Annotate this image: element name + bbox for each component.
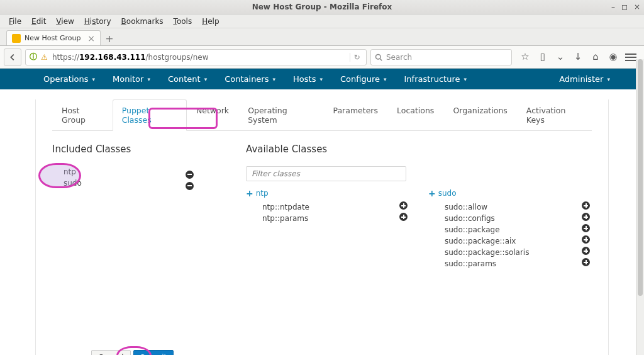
window-maximize-button[interactable]: ◻ xyxy=(621,0,628,14)
menu-file[interactable]: File xyxy=(4,16,26,27)
add-class-button[interactable] xyxy=(582,201,592,213)
url-text: https://192.168.43.111/hostgroups/new xyxy=(52,53,347,62)
cancel-button[interactable]: Cancel xyxy=(91,350,131,355)
library-icon[interactable]: ▯ xyxy=(537,51,548,64)
remove-class-button[interactable] xyxy=(184,167,194,177)
available-class-name[interactable]: ntp::params xyxy=(262,213,399,224)
available-class-name[interactable]: sudo::allow xyxy=(445,202,582,213)
menu-button[interactable] xyxy=(625,51,636,64)
url-bar[interactable]: ⓘ ⚠ https://192.168.43.111/hostgroups/ne… xyxy=(25,49,367,65)
tab-activation-keys[interactable]: Activation Keys xyxy=(517,99,592,131)
chevron-down-icon: ▾ xyxy=(204,76,208,82)
pocket-icon[interactable]: ⌄ xyxy=(555,51,566,64)
add-class-button[interactable] xyxy=(399,213,409,224)
chevron-down-icon: ▾ xyxy=(273,76,276,82)
form-footer: Cancel Submit xyxy=(91,350,174,355)
available-class-row: sudo::package::solaris xyxy=(428,247,592,258)
extension-icon[interactable]: ◉ xyxy=(608,51,619,64)
chevron-down-icon: ▾ xyxy=(147,76,150,82)
plus-icon xyxy=(582,258,590,266)
nav-operations[interactable]: Operations▾ xyxy=(35,69,104,89)
home-icon[interactable]: ⌂ xyxy=(590,51,601,64)
nav-infrastructure[interactable]: Infrastructure▾ xyxy=(395,69,475,89)
available-class-name[interactable]: sudo::configs xyxy=(445,213,582,224)
chevron-down-icon: ▾ xyxy=(92,76,95,82)
window-close-button[interactable]: × xyxy=(634,0,640,14)
nav-containers[interactable]: Containers▾ xyxy=(216,69,284,89)
add-class-button[interactable] xyxy=(582,258,592,269)
window-title: New Host Group - Mozilla Firefox xyxy=(252,0,392,14)
minus-icon xyxy=(186,171,194,179)
class-group-name: ntp xyxy=(256,189,269,198)
toolbar-icons: ☆ ▯ ⌄ ↓ ⌂ ◉ xyxy=(516,51,640,64)
scrollbar-thumb[interactable] xyxy=(638,59,643,296)
available-classes-column: Available Classes + ntp ntp::ntpdate ntp… xyxy=(246,144,592,269)
tab-operating-system[interactable]: Operating System xyxy=(238,99,323,131)
nav-administer[interactable]: Administer▾ xyxy=(550,69,619,89)
add-class-button[interactable] xyxy=(582,224,592,235)
included-class-row: sudo xyxy=(52,178,221,189)
chevron-down-icon: ▾ xyxy=(384,76,387,82)
add-class-button[interactable] xyxy=(582,213,592,224)
menu-edit[interactable]: Edit xyxy=(26,16,51,27)
minus-icon xyxy=(186,182,194,190)
hamburger-icon xyxy=(625,51,636,64)
search-placeholder: Search xyxy=(386,53,412,62)
available-class-row: ntp::ntpdate xyxy=(246,201,409,213)
available-class-name[interactable]: ntp::ntpdate xyxy=(262,202,399,213)
tab-locations[interactable]: Locations xyxy=(387,99,443,131)
reload-button[interactable]: ↻ xyxy=(350,53,364,62)
available-class-row: sudo::package::aix xyxy=(428,235,592,247)
form-tabs: Host Group Puppet Classes Network Operat… xyxy=(52,99,592,131)
available-class-row: ntp::params xyxy=(246,213,409,224)
menu-bookmarks[interactable]: Bookmarks xyxy=(116,16,169,27)
back-button[interactable] xyxy=(4,48,21,66)
firefox-menubar: File Edit View History Bookmarks Tools H… xyxy=(0,14,644,28)
browser-tab[interactable]: New Host Group × xyxy=(6,30,101,45)
info-icon[interactable]: ⓘ xyxy=(28,52,38,62)
menu-tools[interactable]: Tools xyxy=(169,16,197,27)
class-group-toggle[interactable]: + sudo xyxy=(428,189,592,198)
add-class-button[interactable] xyxy=(582,247,592,258)
available-class-row: sudo::params xyxy=(428,258,592,269)
downloads-icon[interactable]: ↓ xyxy=(572,51,584,64)
filter-classes-input[interactable] xyxy=(246,166,406,181)
nav-hosts[interactable]: Hosts▾ xyxy=(284,69,331,89)
tab-parameters[interactable]: Parameters xyxy=(323,99,387,131)
available-class-name[interactable]: sudo::package xyxy=(445,225,582,235)
nav-monitor[interactable]: Monitor▾ xyxy=(104,69,159,89)
tab-host-group[interactable]: Host Group xyxy=(52,99,113,131)
chevron-down-icon: ▾ xyxy=(464,76,467,82)
menu-help[interactable]: Help xyxy=(197,16,224,27)
available-classes-tree: + ntp ntp::ntpdate ntp::params + xyxy=(246,189,592,269)
nav-content[interactable]: Content▾ xyxy=(159,69,216,89)
plus-icon xyxy=(582,201,590,210)
available-classes-heading: Available Classes xyxy=(246,144,592,155)
page-body: Host Group Puppet Classes Network Operat… xyxy=(36,99,608,355)
remove-class-button[interactable] xyxy=(184,178,194,188)
available-class-name[interactable]: sudo::package::solaris xyxy=(445,247,582,258)
class-group-name: sudo xyxy=(438,189,457,198)
included-class-name[interactable]: sudo xyxy=(52,178,184,189)
nav-configure[interactable]: Configure▾ xyxy=(331,69,396,89)
chevron-down-icon: ▾ xyxy=(319,76,323,82)
available-class-name[interactable]: sudo::params xyxy=(445,259,582,269)
menu-view[interactable]: View xyxy=(51,16,79,27)
app-main-nav: Operations▾ Monitor▾ Content▾ Containers… xyxy=(0,69,644,89)
menu-history[interactable]: History xyxy=(79,16,116,27)
window-minimize-button[interactable]: – xyxy=(611,0,615,14)
new-tab-button[interactable]: + xyxy=(101,31,118,45)
submit-button[interactable]: Submit xyxy=(133,350,174,355)
included-class-name[interactable]: ntp xyxy=(52,166,184,178)
vertical-scrollbar[interactable] xyxy=(636,59,644,355)
plus-icon xyxy=(399,213,408,221)
plus-expand-icon: + xyxy=(428,189,436,197)
search-box[interactable]: Search xyxy=(370,49,512,65)
add-class-button[interactable] xyxy=(582,235,592,247)
available-class-name[interactable]: sudo::package::aix xyxy=(445,236,582,247)
bookmark-star-icon[interactable]: ☆ xyxy=(519,51,531,64)
add-class-button[interactable] xyxy=(399,201,409,213)
class-group-toggle[interactable]: + ntp xyxy=(246,189,409,198)
tab-close-icon[interactable]: × xyxy=(87,34,95,43)
tab-organizations[interactable]: Organizations xyxy=(443,99,516,131)
